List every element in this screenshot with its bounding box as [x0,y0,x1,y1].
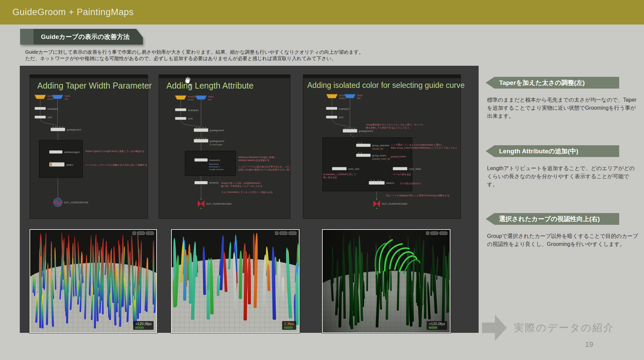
viewport-isolated-color: >120.0fps [322,229,450,333]
node-guides-input: GUIDES curves [175,96,197,101]
sidebar-body-visibility: Groupで選択されたカーブ以外を暗くすることで目的のカーブの視認性をより良くし… [487,232,639,248]
viewport-buttons[interactable] [275,232,297,235]
node-out1: out1 [35,116,52,119]
hand-cursor-icon [185,77,192,87]
hair-strands-layer [30,230,156,332]
annotation: Scopeの違いに注意。LengthAttributeの [221,182,261,185]
svg-text:OUT_GUIDEGROOM: OUT_GUIDEGROOM [64,201,88,204]
hair-strand [248,254,251,304]
inset-panel [39,140,83,177]
viewport-buttons[interactable] [132,232,154,235]
sidebar-heading-taper: Taperを加えた太さの調整(左) [486,77,619,89]
svg-text:skin: skin [208,98,212,101]
svg-text:Perimeter 1: Perimeter 1 [209,165,220,168]
hair-strand [296,272,299,325]
viewport-pill-button[interactable] [439,232,447,235]
node-out1: out1 [326,115,343,119]
viewport-square-button[interactable] [426,232,429,235]
node-label: SKIN [64,95,70,97]
annotation: group1をinvert [391,155,406,158]
hair-strand [84,254,88,319]
annotation: 2つの色の合成を行う [400,182,422,185]
svg-text:guidegroom1: guidegroom1 [67,128,81,131]
node-color-selected: color_sele [332,167,360,170]
svg-text:guidegroom1: guidegroom1 [359,130,373,133]
viewport-pill-button[interactable] [288,232,297,235]
fps-badge: >120.0fps [133,321,154,330]
next-section-label: 実際のデータの紹介 [514,321,614,335]
fps-subbadge [429,326,437,329]
annotation: 数を変更しても対応できるようにしておく [366,126,410,129]
hair-strand [228,242,231,269]
hair-strand [41,294,44,328]
annotation: Attribute Nameも設定変更する [238,159,270,162]
node-graph-isolated-color: GUIDES curves SKIN skin example1 out1 gu… [303,75,461,218]
svg-text:color_sele: color_sele [348,167,359,170]
node-output-null: OUT_GUIDEGROOM1 [198,199,231,209]
hair-strand [281,277,284,300]
net-card-length: Adding Length Attribute GUIDES curves SK… [159,74,290,219]
node-graph-length: GUIDES curves SKIN skin example1 out1 gu… [159,75,290,218]
svg-text:Length element: Length element [209,168,223,170]
viewport-buttons[interactable] [426,232,447,235]
sidebar-heading-label: Taperを加えた太さの調整(左) [499,79,585,86]
svg-text:SKIN: SKIN [357,94,362,97]
svg-text:selected_invert_list: selected_invert_list [372,158,390,160]
hair-strand [285,248,292,318]
intro-text: Guideカーブに対して表示の改善を行う事で作業のし易さや効率が大きく変わります… [25,49,475,62]
node-example1: example1 [326,107,350,110]
annotation: Base Group_Chara Strokes Referenceとしてグルー… [391,147,458,149]
annotation: AttributeのRenameでLengthに変更し、 [238,156,278,159]
sidebar-heading-label: 選択されたカーブの視認性向上(右) [499,215,600,222]
hair-strand [277,259,281,297]
svg-text:example1: example1 [188,109,199,112]
annotation: 暗い色を設定 [323,176,337,179]
svg-text:attribwrangle1: attribwrangle1 [64,151,80,154]
hair-strand [91,285,94,320]
svg-text:measure1: measure1 [209,159,220,162]
hair-strand [262,255,267,307]
svg-text:SKIN: SKIN [208,96,213,98]
viewport-square-button[interactable] [132,232,136,235]
svg-text:color_base: color_base [409,167,421,170]
viewport-pill-button[interactable] [137,232,145,235]
hair-strand [77,280,80,305]
svg-text:switch1: switch1 [386,182,394,185]
hair-strand [102,245,104,314]
selected-curves-highlight [323,230,450,331]
net-card-taper: Adding Taper Width Parameter GUIDES curv… [30,74,148,219]
slide-root: GuideGroom + PaintingMaps Guideカーブの表示の改善… [0,0,644,360]
hair-strand [223,252,227,292]
page-number: 19 [585,340,593,349]
node-graph-taper: GUIDES curves SKIN skin example1 out1 gu… [30,75,148,218]
slide-title: GuideGroom + PaintingMaps [0,0,644,24]
viewport-pill-button[interactable] [146,232,154,235]
annotation: ベースのエッジサンプルの係数を太さ方向に応じて調整する [85,164,147,166]
section-banner-accent [20,29,34,45]
node-output-null: OUT_GUIDEGROOM2 [373,199,407,209]
annotation: 数の違いで表示色をパラメータに入れる [221,185,262,188]
viewport-pill-button[interactable] [430,232,438,235]
node-example1: example1 [35,107,58,110]
viewport-pill-button[interactable] [279,232,287,235]
node-color-base: color_base [393,167,421,170]
svg-text:curves: curves [188,98,194,101]
node-out1: out1 [175,117,193,120]
node-sublabel: skin [64,98,68,100]
annotation: ここのノードの上流の値のみ計算するため、このノード [238,165,290,168]
svg-text:OUT_GUIDEGROOM2: OUT_GUIDEGROOM2 [382,202,408,205]
svg-text:Cv Set length: Cv Set length [210,143,222,146]
viewport-square-button[interactable] [275,232,278,235]
svg-text:example1: example1 [48,107,58,110]
hair-strand [126,251,131,322]
sidebar-heading-length: Length Attributeの追加(中) [486,145,619,157]
hair-strands-layer [172,230,299,332]
annotation: 以降にLengthが変更されても値は反映されない事に注意 [238,168,290,171]
sidebar-heading-label: Length Attributeの追加(中) [499,148,578,155]
svg-text:example1: example1 [339,107,350,110]
sidebar-body-length: Lengthアトリビュートを追加することで、どのエリアがどのくらいの長さなのかを… [487,164,639,189]
node-example1: example1 [175,108,199,112]
hair-strand [34,273,36,296]
svg-text:out1: out1 [188,117,193,120]
hair-strand [109,293,111,320]
